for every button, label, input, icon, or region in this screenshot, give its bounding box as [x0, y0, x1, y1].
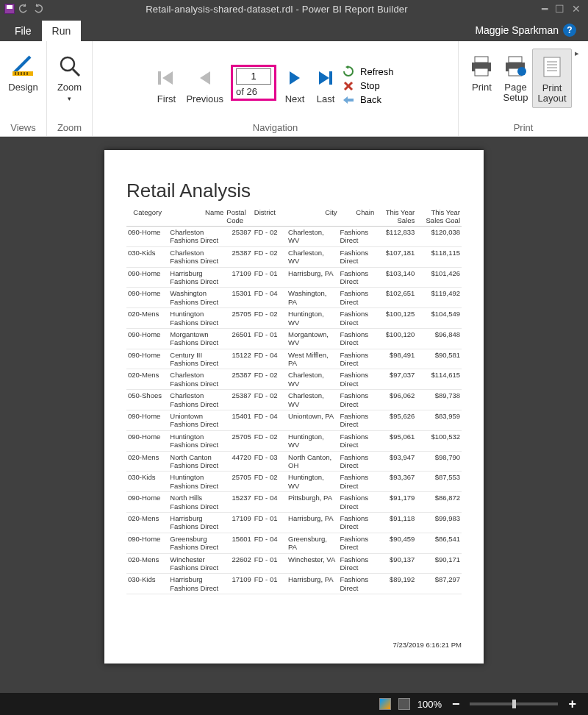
first-icon	[155, 63, 177, 93]
table-row: 090-HomeHuntington Fashions Direct25705F…	[126, 430, 462, 451]
help-icon[interactable]: ?	[563, 24, 576, 37]
page-highlight: of 26	[231, 65, 276, 101]
next-button[interactable]: Next	[279, 60, 310, 107]
design-icon	[11, 51, 36, 81]
zoom-slider[interactable]	[470, 702, 558, 705]
table-row: 020-MensHarrisburg Fashions Direct17109F…	[126, 512, 462, 533]
table-row: 050-ShoesCharleston Fashions Direct25387…	[126, 390, 462, 410]
table-row: 030-KidsCharleston Fashions Direct25387F…	[126, 246, 462, 267]
undo-icon[interactable]	[18, 3, 29, 15]
table-row: 090-HomeGreensburg Fashions Direct15601F…	[126, 533, 462, 553]
user-name: Maggie Sparkman	[475, 24, 559, 36]
tab-file[interactable]: File	[4, 21, 42, 41]
window-title: Retail-analysis-shared-dataset.rdl - Pow…	[49, 4, 534, 15]
refresh-icon	[341, 65, 356, 77]
menu-bar: File Run Maggie Sparkman ?	[0, 18, 588, 41]
table-row: 090-HomeMorgantown Fashions Direct26501F…	[126, 328, 462, 349]
previous-icon	[194, 63, 216, 93]
previous-button[interactable]: Previous	[182, 60, 228, 107]
ribbon: Design Views Zoom▾ Zoom First Previous	[0, 41, 588, 137]
table-row: 020-MensCharleston Fashions Direct25387F…	[126, 369, 462, 390]
close-icon[interactable]: ✕	[572, 3, 581, 15]
svg-rect-8	[158, 71, 161, 85]
zoom-in-button[interactable]: +	[565, 697, 579, 712]
save-icon[interactable]	[4, 4, 15, 14]
svg-rect-12	[475, 57, 488, 63]
zoom-level: 100%	[417, 699, 442, 710]
tab-run[interactable]: Run	[42, 21, 82, 41]
table-row: 090-HomeUniontown Fashions Direct15401FD…	[126, 410, 462, 431]
page-setup-icon	[503, 51, 528, 81]
table-row: 030-KidsHuntington Fashions Direct25705F…	[126, 472, 462, 492]
table-row: 020-MensWinchester Fashions Direct22602F…	[126, 553, 462, 574]
zoom-button[interactable]: Zoom▾	[53, 49, 87, 107]
table-row: 090-HomeWashington Fashions Direct15301F…	[126, 288, 462, 308]
page-setup-button[interactable]: PageSetup	[498, 49, 532, 107]
print-layout-icon	[539, 52, 564, 82]
minimize-icon[interactable]: ━	[542, 3, 548, 15]
table-row: 020-MensNorth Canton Fashions Direct4472…	[126, 451, 462, 472]
next-icon	[284, 63, 306, 93]
print-button[interactable]: Print	[465, 49, 498, 96]
maximize-icon[interactable]: ☐	[555, 3, 564, 15]
report-timestamp: 7/23/2019 6:16:21 PM	[393, 641, 462, 649]
view-normal-icon[interactable]	[379, 698, 391, 710]
svg-rect-14	[475, 68, 488, 76]
table-row: 020-MensHuntington Fashions Direct25705F…	[126, 308, 462, 329]
redo-icon[interactable]	[32, 3, 44, 15]
design-button[interactable]: Design	[4, 49, 42, 96]
view-layout-icon[interactable]	[398, 698, 410, 710]
svg-rect-9	[329, 71, 332, 85]
back-button[interactable]: Back	[341, 94, 394, 105]
last-icon	[315, 63, 337, 93]
report-page: Retail Analysis Category Name Postal Cod…	[104, 150, 484, 664]
stop-button[interactable]: Stop	[341, 80, 394, 91]
report-title: Retail Analysis	[126, 179, 462, 202]
back-icon	[341, 95, 356, 105]
first-button[interactable]: First	[151, 60, 182, 107]
svg-line-7	[73, 69, 79, 76]
status-bar: 100% − +	[0, 693, 588, 715]
table-row: 090-HomeCharleston Fashions Direct25387F…	[126, 227, 462, 247]
ribbon-overflow[interactable]: ▸	[572, 49, 582, 58]
table-row: 090-HomeCentury III Fashions Direct15122…	[126, 349, 462, 369]
svg-point-18	[517, 67, 526, 76]
title-bar: Retail-analysis-shared-dataset.rdl - Pow…	[0, 0, 588, 18]
stop-icon	[341, 81, 356, 91]
zoom-out-button[interactable]: −	[449, 697, 463, 712]
table-row: 090-HomeHarrisburg Fashions Direct17109F…	[126, 267, 462, 288]
print-layout-button[interactable]: PrintLayout	[532, 49, 571, 108]
table-row: 030-KidsHarrisburg Fashions Direct17109F…	[126, 574, 462, 594]
current-page-input[interactable]	[236, 68, 271, 85]
zoom-icon	[57, 51, 82, 81]
svg-rect-15	[509, 57, 522, 63]
svg-point-6	[61, 57, 74, 71]
table-row: 090-HomeNorth Hills Fashions Direct15237…	[126, 492, 462, 513]
report-canvas[interactable]: Retail Analysis Category Name Postal Cod…	[0, 137, 588, 693]
print-icon	[469, 51, 494, 81]
report-table: Category Name Postal Code District City …	[126, 207, 462, 594]
svg-rect-19	[544, 57, 560, 77]
last-button[interactable]: Last	[310, 60, 341, 107]
refresh-button[interactable]: Refresh	[341, 65, 394, 77]
